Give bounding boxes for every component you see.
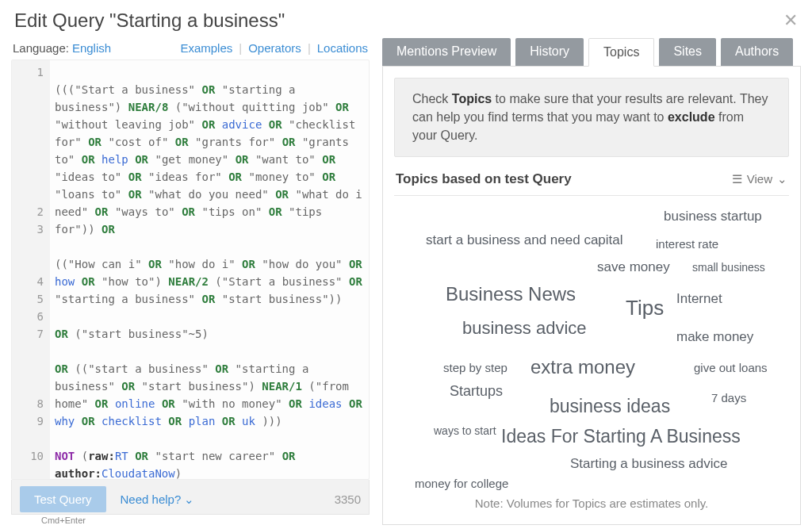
line-gutter: 1 23 4567 89 10: [12, 60, 50, 479]
shortcut-hint: Cmd+Enter: [11, 516, 370, 525]
topic-term[interactable]: start a business and need capital: [426, 232, 623, 248]
char-count: 3350: [335, 493, 361, 506]
need-help-link[interactable]: Need help? ⌄: [121, 493, 195, 507]
chevron-down-icon: ⌄: [184, 493, 194, 506]
language-label: Language:: [13, 41, 69, 55]
topics-heading: Topics based on test Query: [396, 171, 572, 187]
topic-term[interactable]: Starting a business advice: [570, 456, 727, 472]
topic-term[interactable]: Business News: [446, 283, 576, 305]
examples-link[interactable]: Examples: [180, 41, 232, 55]
separator: |: [239, 41, 242, 55]
topic-term[interactable]: interest rate: [656, 237, 718, 251]
tab-topics[interactable]: Topics: [588, 38, 654, 67]
settings-icon: ☰: [732, 172, 742, 186]
topic-term[interactable]: Ideas For Starting A Business: [501, 426, 741, 447]
tab-sites[interactable]: Sites: [659, 38, 716, 67]
footer-note: Note: Volumes for Topics are estimates o…: [394, 490, 789, 513]
page-title: Edit Query "Starting a business": [14, 10, 285, 32]
test-query-button[interactable]: Test Query: [20, 486, 106, 512]
topic-term[interactable]: Internet: [676, 291, 722, 307]
info-box: Check Topics to make sure that your resu…: [394, 78, 789, 157]
view-toggle[interactable]: ☰ View ⌄: [732, 172, 787, 186]
topic-term[interactable]: Startups: [450, 383, 503, 400]
topic-term[interactable]: give out loans: [694, 361, 768, 374]
topic-term[interactable]: money for college: [415, 477, 508, 490]
code-area[interactable]: ((("Start a business" OR "starting a bus…: [50, 60, 369, 479]
topic-term[interactable]: business ideas: [550, 396, 670, 417]
separator: |: [308, 41, 311, 55]
locations-link[interactable]: Locations: [317, 41, 368, 55]
topic-term[interactable]: business advice: [462, 318, 587, 339]
topic-term[interactable]: small business: [692, 261, 765, 274]
topic-term[interactable]: save money: [597, 259, 670, 275]
topic-term[interactable]: extra money: [530, 356, 635, 378]
language-select[interactable]: English: [72, 41, 111, 55]
topic-term[interactable]: make money: [676, 329, 753, 345]
tabs: Mentions Preview History Topics Sites Au…: [382, 38, 801, 67]
topic-cloud: business startupstart a business and nee…: [394, 204, 789, 490]
topic-term[interactable]: Tips: [626, 296, 664, 320]
query-editor[interactable]: 1 23 4567 89 10 ((("Start a business" OR…: [11, 59, 370, 480]
tab-mentions-preview[interactable]: Mentions Preview: [382, 38, 511, 67]
close-icon[interactable]: ✕: [783, 10, 798, 31]
chevron-down-icon: ⌄: [777, 172, 787, 186]
topic-term[interactable]: ways to start: [434, 424, 496, 437]
tab-history[interactable]: History: [515, 38, 584, 67]
topic-term[interactable]: business startup: [664, 209, 762, 224]
topic-term[interactable]: 7 days: [711, 391, 746, 404]
operators-link[interactable]: Operators: [248, 41, 301, 55]
tab-authors[interactable]: Authors: [721, 38, 793, 67]
topic-term[interactable]: step by step: [443, 361, 508, 374]
